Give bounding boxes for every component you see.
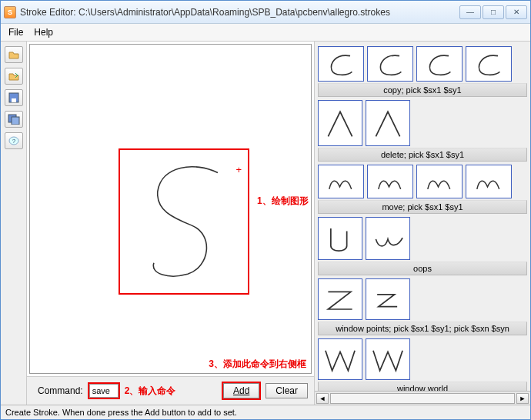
stroke-thumb[interactable]: [366, 217, 410, 260]
stroke-thumb[interactable]: [367, 165, 413, 198]
stroke-thumb[interactable]: [366, 100, 410, 146]
h-scrollbar[interactable]: ◄ ►: [315, 391, 530, 405]
stroke-library: copy; pick $sx1 $sy1delete; pick $sx1 $s…: [315, 42, 530, 405]
group-label: oops: [318, 262, 527, 275]
menubar: File Help: [1, 24, 530, 42]
stroke-thumb[interactable]: [367, 46, 413, 82]
scroll-right-icon[interactable]: ►: [516, 393, 529, 404]
command-input[interactable]: [89, 384, 119, 398]
add-button[interactable]: Add: [223, 383, 259, 398]
stroke-preview-box: +: [119, 148, 249, 295]
toolbar: ?: [1, 42, 27, 405]
annotation-2: 2、输入命令: [125, 385, 176, 398]
export-icon[interactable]: [5, 68, 23, 85]
stroke-thumb[interactable]: [318, 217, 362, 260]
group-label: move; pick $sx1 $sy1: [318, 200, 527, 214]
group-label: copy; pick $sx1 $sy1: [318, 83, 527, 97]
status-bar: Create Stroke. When done press the Add b…: [1, 405, 530, 419]
svg-rect-1: [12, 98, 16, 102]
stroke-thumb[interactable]: [318, 165, 364, 198]
scroll-track[interactable]: [330, 393, 515, 404]
saveas-icon[interactable]: [5, 111, 23, 128]
svg-text:?: ?: [12, 138, 15, 145]
stroke-canvas[interactable]: + 1、绘制图形 3、添加此命令到右侧框: [29, 44, 312, 374]
command-label: Command:: [38, 385, 83, 396]
group-label: delete; pick $sx1 $sy1: [318, 148, 527, 162]
menu-help[interactable]: Help: [34, 27, 53, 38]
window-title: Stroke Editor: C:\Users\Administrator\Ap…: [20, 7, 459, 18]
stroke-thumb[interactable]: [318, 278, 362, 320]
annotation-3: 3、添加此命令到右侧框: [209, 358, 306, 371]
annotation-1: 1、绘制图形: [257, 195, 309, 208]
save-icon[interactable]: [5, 89, 23, 106]
menu-file[interactable]: File: [8, 27, 23, 38]
close-button[interactable]: ✕: [506, 5, 527, 19]
app-icon: S: [4, 6, 16, 18]
command-row: Command: 2、输入命令 Add Clear: [27, 376, 314, 405]
help-icon[interactable]: ?: [5, 132, 23, 149]
open-icon[interactable]: [5, 46, 23, 63]
clear-button[interactable]: Clear: [266, 383, 308, 398]
stroke-thumb[interactable]: [466, 165, 512, 198]
maximize-button[interactable]: □: [483, 5, 504, 19]
titlebar: S Stroke Editor: C:\Users\Administrator\…: [1, 1, 530, 24]
scroll-left-icon[interactable]: ◄: [316, 393, 329, 404]
group-label: window points; pick $sx1 $sy1; pick $sxn…: [318, 322, 527, 335]
svg-rect-3: [12, 117, 19, 125]
stroke-thumb[interactable]: [318, 100, 362, 146]
stroke-thumb[interactable]: [366, 338, 410, 380]
group-label: window world: [318, 382, 527, 391]
stroke-start-marker: +: [235, 164, 242, 175]
stroke-thumb[interactable]: [466, 46, 512, 82]
stroke-thumb[interactable]: [318, 338, 362, 380]
minimize-button[interactable]: —: [459, 5, 481, 19]
stroke-thumb[interactable]: [416, 46, 463, 82]
stroke-thumb[interactable]: [366, 278, 410, 320]
stroke-thumb[interactable]: [416, 165, 463, 198]
stroke-thumb[interactable]: [318, 46, 364, 82]
